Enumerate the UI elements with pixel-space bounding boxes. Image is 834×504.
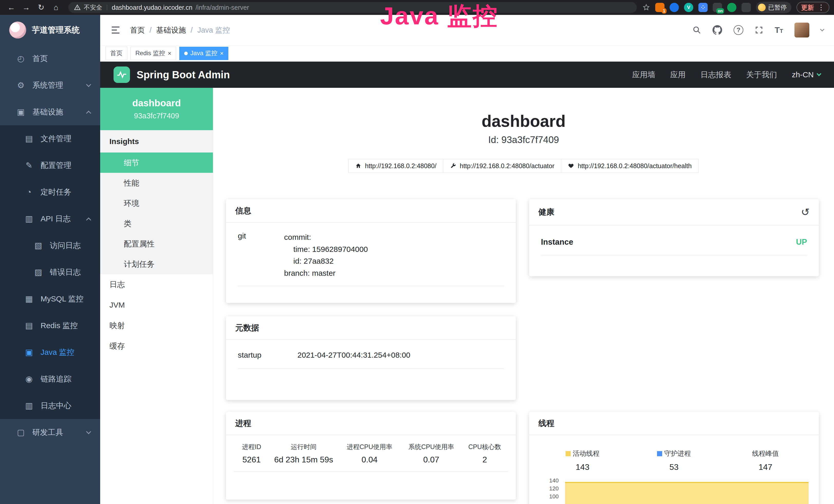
insights-section-label: Insights xyxy=(100,130,213,153)
card-title: 健康 xyxy=(539,207,554,217)
tab-home[interactable]: 首页 xyxy=(105,47,127,60)
table-row: git commit: time: 1596289704000 id: 27aa… xyxy=(238,231,504,286)
browser-profile-chip[interactable]: 已暂停 xyxy=(756,2,791,13)
github-icon[interactable] xyxy=(712,25,722,35)
insight-item-details[interactable]: 细节 xyxy=(100,153,213,173)
browser-right-cluster: 1 V ⁘ on 已暂停 更新 ⋮ xyxy=(642,2,829,13)
extension-icon[interactable]: on xyxy=(713,3,722,12)
tab-java-monitor[interactable]: Java 监控 × xyxy=(179,47,228,60)
instance-name: dashboard xyxy=(132,97,181,109)
info-key: git xyxy=(238,231,284,279)
sba-nav-applications[interactable]: 应用 xyxy=(670,70,685,79)
legend-label: 活动线程 xyxy=(566,450,599,458)
sidebar-item-label: 文件管理 xyxy=(41,134,71,143)
help-icon[interactable]: ? xyxy=(733,25,743,35)
sba-nav: 应用墙 应用 日志报表 关于我们 zh-CN xyxy=(632,70,821,79)
sba-logo-icon[interactable] xyxy=(113,67,130,83)
address-bar[interactable]: 不安全 dashboard.yudao.iocoder.cn /infra/ad… xyxy=(68,2,637,13)
sidebar-item-scheduled-tasks[interactable]: ◔ 定时任务 xyxy=(0,179,100,205)
security-label[interactable]: 不安全 xyxy=(84,4,102,11)
breadcrumb-infrastructure[interactable]: 基础设施 xyxy=(156,26,186,35)
sidebar-item-link-tracing[interactable]: ◉ 链路追踪 xyxy=(0,366,100,392)
instance-url-link[interactable]: http://192.168.0.2:48080/ xyxy=(348,159,443,173)
browser-home-button[interactable]: ⌂ xyxy=(49,2,63,13)
sba-navbar: Spring Boot Admin 应用墙 应用 日志报表 关于我们 zh-CN xyxy=(100,62,834,88)
column-header: 进程ID xyxy=(234,443,269,451)
bookmark-star-icon[interactable] xyxy=(642,4,650,11)
extension-puzzle-icon[interactable] xyxy=(742,3,751,12)
sidebar-item-redis-monitor[interactable]: ▤ Redis 监控 xyxy=(0,312,100,339)
sidebar-item-file-management[interactable]: ▤ 文件管理 xyxy=(0,125,100,152)
sidebar-item-label: 研发工具 xyxy=(32,428,63,437)
threads-legend: 活动线程 143 守护进程 53 线程峰值 xyxy=(537,450,811,472)
close-icon[interactable]: × xyxy=(168,50,171,56)
column-header: 运行时间 xyxy=(269,443,338,451)
cards-area: 信息 git commit: time: 1596289704000 id: 2… xyxy=(213,88,834,504)
close-icon[interactable]: × xyxy=(220,50,223,56)
browser-reload-button[interactable]: ↻ xyxy=(35,2,48,13)
chevron-down-icon[interactable] xyxy=(820,27,825,31)
document-icon: ▥ xyxy=(24,214,34,224)
browser-menu-icon[interactable]: ⋮ xyxy=(817,3,825,12)
extension-icon[interactable] xyxy=(727,3,737,12)
link-label: http://192.168.0.2:48080/actuator xyxy=(460,162,554,170)
logo-avatar xyxy=(9,22,26,39)
sba-brand-title[interactable]: Spring Boot Admin xyxy=(137,69,230,81)
insight-item-metrics[interactable]: 性能 xyxy=(100,173,213,193)
browser-forward-button[interactable]: → xyxy=(20,2,33,13)
cpu-core-count: 2 xyxy=(461,455,508,464)
search-icon[interactable] xyxy=(693,26,701,35)
extension-icon[interactable]: ⁘ xyxy=(698,3,708,12)
sidebar-item-api-logs[interactable]: ▥ API 日志 xyxy=(0,205,100,232)
hamburger-icon[interactable] xyxy=(110,25,121,35)
sidebar-item-config-management[interactable]: ✎ 配置管理 xyxy=(0,152,100,179)
fullscreen-icon[interactable] xyxy=(755,26,763,35)
browser-back-button[interactable]: ← xyxy=(5,2,18,13)
column-header: 进程CPU使用率 xyxy=(338,443,401,451)
active-threads-area xyxy=(565,482,809,504)
url-host: dashboard.yudao.iocoder.cn xyxy=(112,4,192,11)
extension-icon[interactable]: V xyxy=(684,3,693,12)
annotation-overlay-text: Java 监控 xyxy=(380,1,498,30)
sba-nav-journal[interactable]: 日志报表 xyxy=(700,70,731,79)
history-icon[interactable]: ↺ xyxy=(801,206,810,218)
insight-item-environment[interactable]: 环境 xyxy=(100,193,213,213)
sidebar-item-log-center[interactable]: ▥ 日志中心 xyxy=(0,392,100,419)
sidebar-item-dev-tools[interactable]: ▢ 研发工具 xyxy=(0,419,100,446)
health-url-link[interactable]: http://192.168.0.2:48080/actuator/health xyxy=(561,159,698,173)
sidebar-item-error-logs[interactable]: ▨ 错误日志 xyxy=(0,259,100,285)
breadcrumb-home[interactable]: 首页 xyxy=(130,26,145,35)
process-pid: 5261 xyxy=(234,455,269,464)
insight-item-config-props[interactable]: 配置属性 xyxy=(100,234,213,254)
instance-item-caches[interactable]: 缓存 xyxy=(100,336,213,357)
sba-nav-wallboard[interactable]: 应用墙 xyxy=(632,70,655,79)
sidebar-item-access-logs[interactable]: ▧ 访问日志 xyxy=(0,232,100,259)
sidebar-item-label: API 日志 xyxy=(41,214,71,223)
instance-item-jvm[interactable]: JVM xyxy=(100,295,213,315)
sidebar-item-infrastructure[interactable]: ▣ 基础设施 xyxy=(0,98,100,125)
extension-icon[interactable] xyxy=(670,3,679,12)
extension-icon[interactable]: 1 xyxy=(655,3,664,12)
locale-label: zh-CN xyxy=(792,70,814,79)
locale-selector[interactable]: zh-CN xyxy=(792,70,821,79)
insight-item-scheduled-tasks[interactable]: 计划任务 xyxy=(100,254,213,274)
instance-item-mappings[interactable]: 映射 xyxy=(100,315,213,336)
tab-redis-monitor[interactable]: Redis 监控 × xyxy=(130,47,176,60)
instance-item-logs[interactable]: 日志 xyxy=(100,274,213,295)
sba-nav-about[interactable]: 关于我们 xyxy=(746,70,777,79)
sidebar-item-label: 访问日志 xyxy=(50,241,81,250)
sidebar-item-java-monitor[interactable]: ▣ Java 监控 xyxy=(0,339,100,366)
breadcrumb-separator: / xyxy=(150,26,152,35)
actuator-url-link[interactable]: http://192.168.0.2:48080/actuator xyxy=(443,159,561,173)
font-size-icon[interactable]: TT xyxy=(775,25,783,35)
chrome-update-button[interactable]: 更新 ⋮ xyxy=(796,2,829,13)
sidebar-item-home[interactable]: ◴ 首页 xyxy=(0,45,100,72)
document-icon: ▥ xyxy=(24,401,34,411)
edit-icon: ✎ xyxy=(24,160,34,170)
user-avatar[interactable] xyxy=(794,23,809,38)
sidebar-item-mysql-monitor[interactable]: ▦ MySQL 监控 xyxy=(0,285,100,312)
sidebar-item-system-management[interactable]: ⚙ 系统管理 xyxy=(0,72,100,98)
insight-item-classes[interactable]: 类 xyxy=(100,213,213,234)
app-logo[interactable]: 芋道管理系统 xyxy=(0,15,100,45)
threads-chart: 140 120 100 xyxy=(537,476,811,504)
